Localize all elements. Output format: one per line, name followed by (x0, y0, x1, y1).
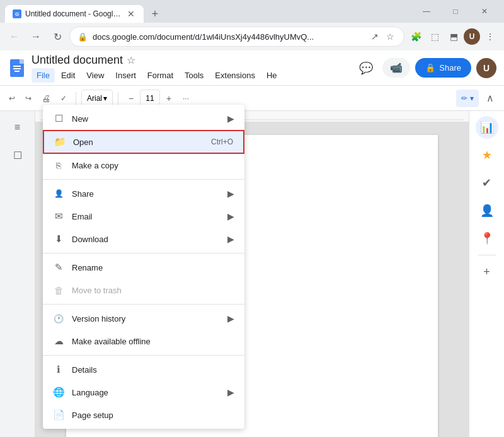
menu-item-details[interactable]: ℹ Details (43, 358, 244, 381)
toolbar-sep-2 (118, 92, 118, 105)
font-size-minus[interactable]: − (123, 91, 139, 106)
open-icon: 📁 (54, 136, 66, 148)
menu-view[interactable]: View (81, 68, 109, 83)
new-arrow: ▶ (227, 114, 234, 124)
docs-logo[interactable] (8, 59, 26, 78)
menu-edit[interactable]: Edit (56, 68, 80, 83)
download-label: Download (72, 235, 220, 244)
profile-avatar[interactable]: U (464, 28, 480, 45)
more-actions-icon[interactable]: ⋮ (481, 28, 499, 45)
tab-close-button[interactable]: ✕ (126, 9, 136, 19)
redo-button[interactable]: ↪ (21, 90, 35, 107)
menu-item-offline[interactable]: ☁ Make available offline (43, 330, 244, 353)
tasks-button[interactable]: ✔ (476, 172, 498, 194)
close-button[interactable]: ✕ (470, 0, 499, 23)
minimize-button[interactable]: — (412, 0, 441, 23)
maximize-button[interactable]: □ (441, 0, 470, 23)
menu-item-version-history[interactable]: 🕐 Version history ▶ (43, 307, 244, 330)
browser-actions: 🧩 ⬚ ⬒ U ⋮ (407, 28, 499, 45)
offline-label: Make available offline (72, 337, 234, 346)
new-tab-button[interactable]: + (146, 5, 164, 23)
menu-item-open[interactable]: 📁 Open Ctrl+O (43, 130, 244, 154)
menu-item-rename[interactable]: ✎ Rename (43, 256, 244, 279)
new-icon: ☐ (53, 113, 64, 124)
undo-button[interactable]: ↩ (5, 90, 19, 107)
share-page-icon[interactable]: ↗ (369, 30, 381, 43)
menu-format[interactable]: Format (142, 68, 178, 83)
language-arrow: ▶ (227, 387, 234, 397)
contacts-button[interactable]: 👤 (476, 199, 498, 222)
keep-button[interactable]: ★ (476, 144, 498, 166)
details-label: Details (72, 365, 234, 375)
meet-button[interactable]: 📹 (382, 58, 410, 78)
address-bar[interactable]: 🔒 docs.google.com/document/d/1wl4iUnsXj4… (69, 26, 404, 47)
doc-title[interactable]: Untitled document (32, 54, 123, 67)
open-label: Open (73, 137, 203, 147)
email-icon: ✉ (53, 211, 64, 222)
docs-header-actions: 💬 📹 🔒 Share U (355, 57, 496, 79)
comments-button[interactable]: 💬 (355, 57, 377, 79)
share-button[interactable]: 🔒 Share (415, 58, 471, 78)
add-panel-button[interactable]: + (476, 260, 498, 283)
docs-sidebar-left: ≡ ☐ (0, 111, 35, 437)
menu-extensions[interactable]: Extensions (210, 68, 260, 83)
file-menu-dropdown: ☐ New ▶ 📁 Open Ctrl+O ⎘ Make a copy 👤 Sh… (43, 105, 244, 429)
menu-item-email[interactable]: ✉ Email ▶ (43, 205, 244, 228)
page-setup-icon: 📄 (53, 409, 64, 421)
share-label: Share (72, 189, 220, 199)
menu-file[interactable]: File (32, 68, 55, 83)
divider-1 (43, 179, 244, 180)
tab-favicon: G (13, 9, 21, 18)
open-shortcut: Ctrl+O (211, 137, 233, 146)
forward-button[interactable]: → (26, 27, 45, 46)
rename-icon: ✎ (53, 262, 64, 273)
smart-canvas-button[interactable]: 📊 (476, 116, 498, 139)
menu-item-new[interactable]: ☐ New ▶ (43, 107, 244, 130)
menu-item-download[interactable]: ⬇ Download ▶ (43, 228, 244, 250)
maps-button[interactable]: 📍 (476, 227, 498, 250)
sidebar-toggle[interactable]: ⬒ (445, 28, 462, 45)
menu-item-page-setup[interactable]: 📄 Page setup (43, 404, 244, 426)
version-history-icon: 🕐 (53, 313, 64, 324)
edit-icon: ✏ (461, 94, 467, 103)
toolbar-sep-1 (76, 92, 76, 105)
back-button[interactable]: ← (5, 27, 24, 46)
divider-3 (43, 304, 244, 305)
profile-extensions-icon[interactable]: ⬚ (426, 28, 444, 45)
star-button[interactable]: ☆ (127, 54, 135, 66)
docs-title-row: Untitled document ☆ (32, 54, 350, 67)
tab-title: Untitled document - Google Doc... (25, 9, 122, 18)
extensions-icon[interactable]: 🧩 (407, 28, 425, 45)
collapse-toolbar-button[interactable]: ∧ (481, 90, 499, 107)
bookmark-icon[interactable]: ☆ (384, 30, 396, 43)
email-arrow: ▶ (227, 211, 234, 221)
meet-icon: 📹 (390, 62, 403, 74)
offline-icon: ☁ (53, 335, 64, 347)
show-pages-button[interactable]: ☐ (6, 144, 29, 166)
email-label: Email (72, 212, 220, 221)
share-icon: 👤 (53, 188, 64, 199)
share-arrow: ▶ (227, 189, 234, 199)
address-icons: ↗ ☆ (369, 30, 396, 43)
menu-item-trash: 🗑 Move to trash (43, 279, 244, 301)
edit-mode-button[interactable]: ✏ ▾ (456, 90, 479, 107)
language-icon: 🌐 (53, 387, 64, 398)
new-label: New (72, 114, 220, 124)
menu-item-language[interactable]: 🌐 Language ▶ (43, 381, 244, 404)
menu-item-share[interactable]: 👤 Share ▶ (43, 182, 244, 205)
divider-4 (43, 355, 244, 356)
make-copy-label: Make a copy (72, 161, 234, 170)
menu-help[interactable]: He (261, 68, 282, 83)
menu-item-make-copy[interactable]: ⎘ Make a copy (43, 154, 244, 177)
show-outline-button[interactable]: ≡ (6, 116, 29, 139)
menu-tools[interactable]: Tools (180, 68, 209, 83)
share-lock-icon: 🔒 (425, 63, 435, 73)
user-avatar[interactable]: U (476, 58, 496, 78)
rename-label: Rename (72, 263, 234, 272)
font-size-plus[interactable]: + (161, 91, 176, 106)
right-panel-divider (478, 255, 496, 255)
menu-insert[interactable]: Insert (110, 68, 141, 83)
reload-button[interactable]: ↻ (48, 27, 67, 46)
download-arrow: ▶ (227, 234, 234, 244)
active-tab[interactable]: G Untitled document - Google Doc... ✕ (5, 5, 144, 23)
